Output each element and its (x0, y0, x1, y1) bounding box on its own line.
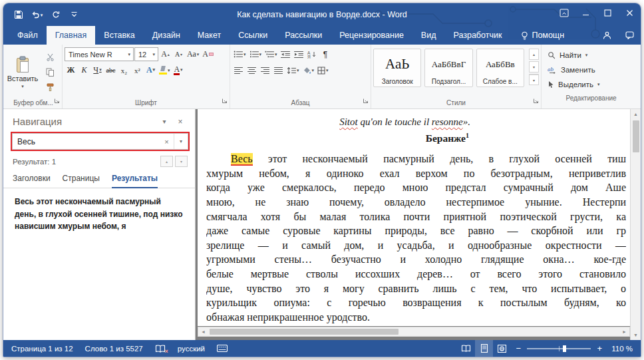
change-case-button[interactable]: Аа▾ (186, 47, 200, 61)
text-effects-button[interactable]: А▾ (144, 63, 157, 77)
horizontal-scroll-track[interactable] (208, 327, 619, 336)
multilevel-list-button[interactable]: ▾ (263, 47, 279, 61)
styles-dialog-launcher[interactable] (533, 94, 539, 106)
align-center-button[interactable] (245, 63, 258, 77)
navigation-search-input[interactable]: Весь × ▾ (12, 133, 188, 150)
print-layout-button[interactable] (475, 340, 493, 357)
save-button[interactable] (10, 7, 27, 23)
style-heading[interactable]: АаЬ Заголовок (373, 49, 421, 87)
horizontal-scroll-thumb[interactable] (210, 329, 399, 335)
font-color-button[interactable]: А▾ (172, 63, 185, 77)
line-spacing-button[interactable]: ▾ (285, 63, 301, 77)
find-button[interactable]: Найти ▾ (548, 49, 635, 61)
paste-button[interactable]: Вставить ▾ (7, 47, 39, 97)
scroll-down-button[interactable]: ▼ (631, 330, 641, 340)
close-button[interactable] (619, 3, 641, 23)
scroll-up-button[interactable]: ▲ (631, 109, 641, 119)
proofing-status-button[interactable]: × (149, 340, 172, 357)
cut-button[interactable] (43, 51, 58, 63)
zoom-in-button[interactable]: + (592, 340, 607, 357)
decrease-indent-button[interactable] (279, 47, 292, 61)
numbering-button[interactable]: ▾ (248, 47, 263, 61)
zoom-out-button[interactable]: − (511, 340, 526, 357)
align-left-button[interactable] (232, 63, 245, 77)
copy-button[interactable] (43, 66, 58, 79)
customize-quick-access-button[interactable] (66, 7, 82, 23)
bold-button[interactable]: Ж (65, 63, 77, 77)
zoom-slider-thumb[interactable] (563, 345, 566, 352)
replace-button[interactable]: ab Заменить (548, 63, 635, 76)
nav-tab-headings[interactable]: Заголовки (13, 171, 51, 188)
italic-button[interactable]: К (78, 63, 90, 77)
tab-layout[interactable]: Макет (189, 26, 230, 45)
scroll-right-button[interactable]: ► (619, 329, 629, 334)
tab-mailings[interactable]: Рассылки (276, 26, 331, 45)
search-result-item[interactable]: Весь этот нескончаемый пасмурный день, в… (3, 188, 195, 240)
keyboard-indicator[interactable] (211, 340, 234, 357)
tell-me-assistant[interactable]: Помощн (514, 26, 571, 45)
sign-in-button[interactable] (595, 26, 618, 45)
language-indicator[interactable]: русский (172, 340, 211, 357)
undo-button[interactable]: ▾ (29, 7, 45, 23)
clear-formatting-button[interactable]: А (201, 47, 215, 61)
superscript-button[interactable]: x² (131, 63, 144, 77)
subscript-button[interactable]: x₂ (118, 63, 130, 77)
search-options-button[interactable]: ▾ (174, 134, 188, 149)
text-highlight-button[interactable]: ▾ (158, 63, 172, 77)
show-marks-button[interactable]: ¶ (319, 47, 332, 61)
styles-scroll-up-button[interactable]: ▴ (529, 49, 539, 60)
styles-scroll-down-button[interactable]: ▾ (529, 61, 539, 73)
search-clear-button[interactable]: × (160, 134, 174, 149)
justify-button[interactable] (272, 63, 285, 77)
pane-options-button[interactable]: ▾ (156, 118, 172, 125)
paragraph-dialog-launcher[interactable] (363, 94, 369, 106)
font-dialog-launcher[interactable] (222, 94, 228, 106)
nav-tab-pages[interactable]: Страницы (63, 171, 100, 188)
tab-file[interactable]: Файл (9, 26, 47, 45)
style-subtle-emphasis[interactable]: АаБбВв Слабое в... (476, 49, 524, 87)
increase-indent-button[interactable] (293, 47, 305, 61)
maximize-button[interactable] (597, 3, 619, 23)
select-button[interactable]: Выделить ▾ (548, 78, 635, 90)
borders-button[interactable]: ▾ (316, 63, 330, 77)
previous-result-button[interactable]: ▴ (160, 156, 173, 167)
shrink-font-button[interactable]: А▾ (172, 47, 185, 61)
shading-button[interactable]: ▾ (301, 63, 316, 77)
align-right-button[interactable] (259, 63, 271, 77)
read-mode-button[interactable] (457, 340, 475, 357)
pane-close-button[interactable]: × (172, 117, 188, 126)
vertical-scroll-thumb[interactable] (633, 120, 639, 152)
horizontal-scrollbar[interactable]: ◄ ► (198, 327, 630, 337)
document-page[interactable]: Sitot qu'on le touche il resonne». Беран… (198, 109, 630, 326)
feedback-button[interactable] (618, 26, 641, 45)
vertical-scrollbar[interactable]: ▲ ▼ (630, 109, 641, 340)
ribbon-display-options-button[interactable] (553, 3, 575, 23)
style-subtitle[interactable]: АаБбВвГ Подзагол... (424, 49, 472, 87)
redo-button[interactable] (47, 7, 64, 23)
tab-home[interactable]: Главная (47, 26, 96, 45)
format-painter-button[interactable] (43, 81, 58, 94)
font-family-combo[interactable]: Times New R ▾ (65, 47, 134, 61)
tab-view[interactable]: Вид (412, 26, 445, 45)
tab-design[interactable]: Дизайн (144, 26, 189, 45)
zoom-level-button[interactable]: 110 % (607, 345, 639, 353)
strikethrough-button[interactable]: abc (104, 63, 117, 77)
underline-button[interactable]: Ч▾ (91, 63, 104, 77)
page-number-indicator[interactable]: Страница 1 из 12 (5, 340, 79, 357)
grow-font-button[interactable]: А▴ (159, 47, 172, 61)
tab-insert[interactable]: Вставка (95, 26, 143, 45)
word-count-indicator[interactable]: Слово 1 из 5527 (79, 340, 149, 357)
web-layout-button[interactable] (493, 340, 511, 357)
bullets-button[interactable]: ▾ (232, 47, 247, 61)
nav-tab-results[interactable]: Результаты (112, 171, 158, 188)
tab-developer[interactable]: Разработчик (444, 26, 510, 45)
sort-button[interactable]: АЯ (306, 47, 319, 61)
next-result-button[interactable]: ▾ (175, 156, 188, 167)
font-size-combo[interactable]: 12 ▾ (134, 47, 158, 61)
zoom-slider[interactable] (527, 348, 591, 349)
scroll-left-button[interactable]: ◄ (198, 329, 208, 334)
tab-references[interactable]: Ссылки (230, 26, 276, 45)
tab-review[interactable]: Рецензирование (331, 26, 412, 45)
styles-gallery-more-button[interactable]: ▾ (529, 74, 539, 85)
clipboard-dialog-launcher[interactable] (54, 94, 60, 106)
